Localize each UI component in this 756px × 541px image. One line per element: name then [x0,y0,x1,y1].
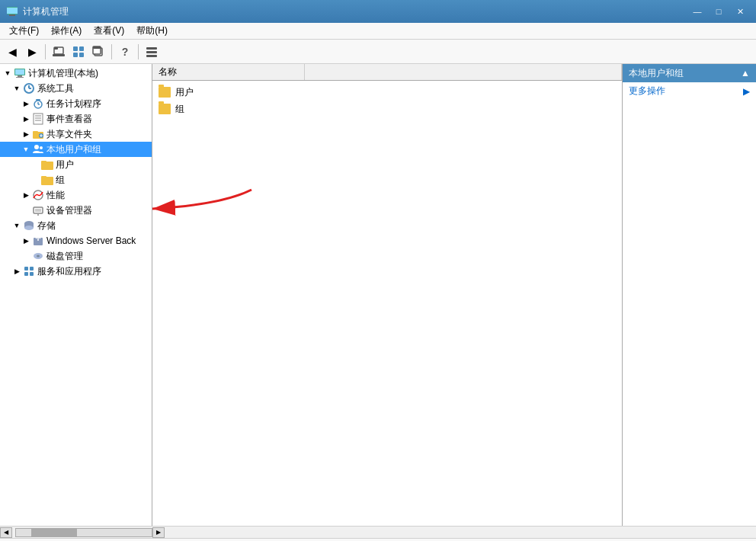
tree-item-computer-management[interactable]: ▼ 计算机管理(本地) [0,66,152,81]
svg-rect-12 [93,46,101,49]
tree-item-disk-management[interactable]: ▶ 磁盘管理 [0,248,152,264]
content-rows: 用户 组 [152,81,622,120]
svg-rect-13 [146,47,157,50]
minimize-button[interactable]: — [687,4,707,19]
show-hide-button[interactable] [69,43,88,61]
svg-rect-1 [9,14,15,16]
computer-icon [14,67,26,79]
app-icon [6,5,18,18]
expand-icon[interactable]: ▼ [12,221,21,230]
tree-item-windows-server-backup[interactable]: ▶ Windows Server Back [0,233,152,248]
svg-point-37 [40,146,43,149]
action-header: 本地用户和组 ▲ [623,64,756,82]
tree-item-groups[interactable]: ▶ 组 [0,172,152,187]
scroll-right-button[interactable]: ▶ [152,527,165,538]
menu-action[interactable]: 操作(A) [45,23,88,39]
tree-item-system-tools[interactable]: ▼ 系统工具 [0,81,152,96]
back-button[interactable]: ◀ [3,43,21,61]
collapse-icon[interactable]: ▲ [741,68,750,78]
apps-icon [23,265,35,277]
expand-icon[interactable]: ▼ [12,84,21,93]
help-button[interactable]: ? [116,43,134,61]
svg-rect-8 [73,53,78,57]
svg-rect-27 [34,114,43,124]
tree-item-shared-folders[interactable]: ▶ 共享文件夹 [0,126,152,142]
column-header-desc [305,64,622,80]
tools-icon [23,82,35,94]
tree-item-services-apps[interactable]: ▶ 服务和应用程序 [0,264,152,279]
content-row-users[interactable]: 用户 [152,84,622,101]
forward-button[interactable]: ▶ [23,43,41,61]
tree-item-storage[interactable]: ▼ 存储 [0,218,152,233]
svg-rect-54 [24,272,28,276]
tree-item-label: 服务和应用程序 [37,265,101,278]
tree-item-label: 组 [56,174,65,187]
list-button[interactable] [143,43,161,61]
tree-item-label: 设备管理器 [46,204,92,217]
bottom-scrollbar: ◀ ▶ [0,526,756,538]
content-row-groups[interactable]: 组 [152,101,622,117]
tree-item-performance[interactable]: ▶ 性能 [0,187,152,203]
svg-point-51 [37,255,40,258]
expand-icon[interactable]: ▶ [21,99,30,108]
menu-bar: 文件(F) 操作(A) 查看(V) 帮助(H) [0,23,756,40]
tree-item-label: 计算机管理(本地) [28,67,98,80]
tree-item-label: 系统工具 [37,82,74,95]
menu-file[interactable]: 文件(F) [3,23,45,39]
svg-rect-14 [146,51,157,53]
restore-button[interactable]: □ [709,4,729,19]
content-header: 名称 [152,64,622,81]
svg-rect-2 [7,8,18,14]
folder-icon [41,174,53,186]
expand-icon[interactable]: ▶ [12,267,21,276]
tree-item-label: 用户 [56,158,74,171]
toolbar-separator-3 [138,44,139,59]
disk-icon [32,250,44,262]
expand-icon[interactable]: ▼ [3,69,12,78]
up-button[interactable] [50,43,68,61]
backup-icon [32,235,44,247]
expand-icon[interactable]: ▶ [21,236,30,245]
svg-rect-32 [33,131,38,133]
tree-panel: ▼ 计算机管理(本地) ▼ 系统工具 [0,64,152,526]
action-header-title: 本地用户和组 [629,67,684,80]
tree-item-local-users-groups[interactable]: ▼ 本地用户和组 [0,142,152,157]
svg-point-45 [37,214,39,216]
devices-icon [32,204,44,216]
svg-rect-9 [79,53,84,57]
tree-item-users[interactable]: ▶ 用户 [0,157,152,172]
toolbar-separator-1 [45,44,46,59]
expand-icon[interactable]: ▼ [21,145,30,154]
action-item-label: 更多操作 [629,85,665,98]
tree-item-label: Windows Server Back [46,235,136,246]
scroll-left-button[interactable]: ◀ [0,527,12,538]
svg-rect-55 [30,272,34,276]
svg-rect-53 [30,267,34,270]
expand-icon[interactable]: ▶ [21,114,30,123]
tree-item-event-viewer[interactable]: ▶ 事件查看器 [0,111,152,126]
storage-icon [23,219,35,232]
scrollbar-thumb[interactable] [31,529,77,536]
svg-rect-41 [41,176,46,178]
svg-rect-39 [41,161,46,163]
expand-icon[interactable]: ▶ [21,130,30,139]
new-window-button[interactable] [89,43,107,61]
svg-point-48 [24,226,34,230]
expand-icon[interactable]: ▶ [21,190,30,200]
tree-item-label: 任务计划程序 [46,98,101,110]
action-item-more[interactable]: 更多操作 ▶ [623,82,756,100]
menu-view[interactable]: 查看(V) [88,23,130,39]
tree-item-device-manager[interactable]: ▶ 设备管理器 [0,203,152,218]
tree-item-task-scheduler[interactable]: ▶ 任务计划程序 [0,96,152,111]
svg-rect-6 [73,46,78,51]
action-panel: 本地用户和组 ▲ 更多操作 ▶ [623,64,756,526]
close-button[interactable]: ✕ [730,4,750,19]
content-row-label: 组 [175,103,184,116]
tree-item-label: 存储 [37,219,56,232]
menu-help[interactable]: 帮助(H) [130,23,174,39]
clock-icon [32,98,44,110]
horizontal-scrollbar[interactable] [15,528,152,537]
content-row-label: 用户 [175,86,194,99]
tree-item-label: 性能 [46,189,65,202]
svg-rect-7 [79,46,84,51]
